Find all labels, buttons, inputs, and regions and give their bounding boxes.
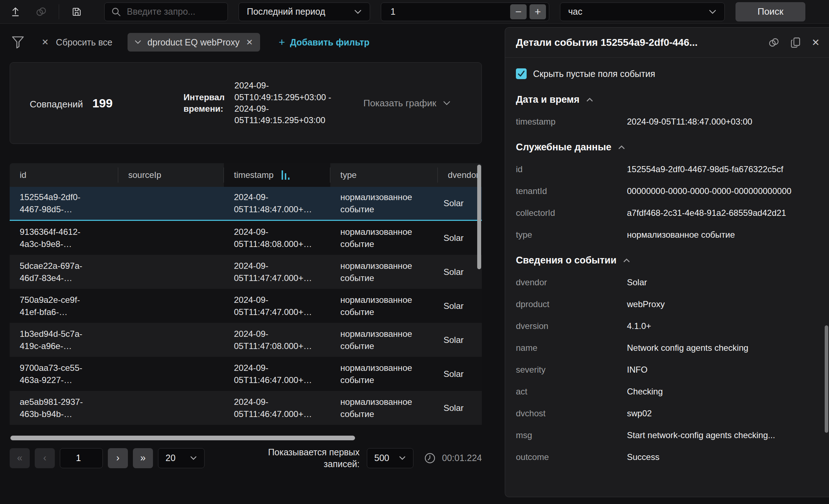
cell-dvendor: Solar	[438, 330, 482, 350]
field-row-id: id152554a9-2df0-4467-98d5-fa676322c5cf	[516, 164, 818, 174]
cell-type: нормализованное событие	[330, 222, 438, 254]
field-key: id	[516, 164, 627, 174]
column-header-type[interactable]: type	[330, 163, 438, 187]
top-toolbar: Последний период 1 − + час Поиск	[0, 0, 829, 24]
copy-icon[interactable]	[790, 37, 801, 49]
filter-chip[interactable]: dproduct EQ webProxy ✕	[128, 33, 260, 52]
table-row[interactable]: 750a9a2e-ce9f-41ef-bfa6-…2024-09-05T11:4…	[10, 289, 482, 323]
column-header-sourceIp[interactable]: sourceIp	[118, 163, 224, 187]
field-key: collectorId	[516, 208, 627, 218]
table-row[interactable]: 9136364f-4612-4a3c-b9e8-…2024-09-05T11:4…	[10, 221, 482, 255]
compare-events-button[interactable]	[768, 37, 780, 49]
cell-timestamp: 2024-09-05T11:47:08.000+…	[224, 324, 330, 356]
section-title-label: Служебные данные	[516, 142, 612, 153]
period-select[interactable]: Последний период	[239, 3, 370, 21]
plus-icon: +	[279, 36, 285, 48]
record-limit-select[interactable]: 500	[367, 448, 413, 468]
page-number-input[interactable]	[60, 448, 103, 468]
panel-body: Скрыть пустые поля события Дата и времяt…	[505, 58, 829, 497]
unit-select[interactable]: час	[560, 3, 725, 21]
hide-empty-checkbox-row[interactable]: Скрыть пустые поля события	[516, 68, 818, 79]
decrement-button[interactable]: −	[510, 4, 527, 19]
clear-all-filters[interactable]: ✕ Сбросить все	[42, 37, 112, 48]
hide-empty-label: Скрыть пустые поля события	[533, 69, 655, 79]
field-row-dvchost: dvchostswp02	[516, 408, 818, 418]
column-header-timestamp[interactable]: timestamp	[224, 163, 330, 187]
chevron-up-icon	[618, 145, 625, 150]
table-row[interactable]: 9700aa73-ce55-463a-9227-…2024-09-05T11:4…	[10, 357, 482, 391]
cell-id: 1b3ed94d-5c7a-419c-a96e-…	[10, 324, 118, 356]
page-size-value: 20	[166, 453, 176, 463]
save-icon	[71, 6, 82, 18]
table-row[interactable]: ae5ab981-2937-463b-b94b-…2024-09-05T11:4…	[10, 391, 482, 425]
check-icon	[517, 70, 525, 77]
section-title[interactable]: Дата и время	[516, 94, 818, 105]
first-page-button[interactable]: «	[10, 448, 30, 468]
increment-button[interactable]: +	[529, 4, 546, 19]
matches-label: Совпадений	[30, 99, 83, 110]
section-title[interactable]: Сведения о событии	[516, 255, 818, 266]
table-horizontal-scrollbar[interactable]	[10, 436, 482, 441]
clear-all-label: Сбросить все	[56, 37, 112, 48]
table-vertical-scrollbar[interactable]	[477, 165, 481, 269]
section-title-label: Сведения о событии	[516, 255, 617, 266]
field-row-collectorId: collectorIda7fdf468-2c31-4e48-91a2-68559…	[516, 208, 818, 218]
field-value: Success	[627, 452, 818, 462]
overlapping-circles-icon	[35, 6, 47, 18]
field-key: tenantId	[516, 186, 627, 196]
section-title[interactable]: Служебные данные	[516, 142, 818, 153]
summary-card: Совпадений 199 Интервал времени: 2024-09…	[10, 62, 482, 144]
last-page-button[interactable]: »	[133, 448, 153, 468]
compare-button[interactable]	[31, 2, 52, 22]
query-time: 00:01.224	[423, 452, 482, 465]
search-icon	[111, 7, 121, 17]
field-key: severity	[516, 365, 627, 375]
panel-scrollbar[interactable]	[825, 325, 828, 433]
cell-id: 750a9a2e-ce9f-41ef-bfa6-…	[10, 290, 118, 322]
matches-count: 199	[92, 96, 113, 110]
field-value: 4.1.0+	[627, 321, 818, 331]
scrollbar-thumb[interactable]	[10, 436, 355, 440]
add-filter-label: Добавить фильтр	[290, 37, 369, 48]
funnel-icon[interactable]	[11, 35, 25, 50]
search-submit-button[interactable]: Поиск	[735, 2, 805, 21]
table-row[interactable]: 1b3ed94d-5c7a-419c-a96e-…2024-09-05T11:4…	[10, 323, 482, 357]
column-label: sourceIp	[128, 170, 161, 180]
checkbox-checked[interactable]	[516, 68, 527, 79]
field-row-type: typeнормализованное событие	[516, 230, 818, 240]
period-count-value[interactable]: 1	[390, 6, 396, 17]
cell-id: 5dcae22a-697a-46d7-83e4-…	[10, 256, 118, 288]
cell-id: 9136364f-4612-4a3c-b9e8-…	[10, 222, 118, 254]
clock-icon	[423, 452, 436, 465]
save-button[interactable]	[66, 2, 87, 22]
field-key: timestamp	[516, 117, 627, 127]
toolbar-divider	[59, 4, 59, 19]
pagination-bar: « ‹ › » 20 Показывается первых записей: …	[10, 446, 482, 470]
close-panel-icon[interactable]: ✕	[811, 37, 820, 48]
unit-select-value: час	[568, 6, 582, 17]
column-header-dvendor[interactable]: dvendor	[438, 163, 482, 187]
next-page-button[interactable]: ›	[108, 448, 128, 468]
table-row[interactable]: 5dcae22a-697a-46d7-83e4-…2024-09-05T11:4…	[10, 255, 482, 289]
chevron-down-icon	[190, 456, 197, 460]
table-row[interactable]: 152554a9-2df0-4467-98d5-…2024-09-05T11:4…	[10, 187, 482, 221]
search-input[interactable]	[127, 6, 242, 17]
add-filter-button[interactable]: + Добавить фильтр	[279, 36, 369, 48]
period-count-field: 1 − +	[381, 3, 549, 21]
remove-filter-icon[interactable]: ✕	[246, 38, 253, 47]
field-row-dproduct: dproductwebProxy	[516, 299, 818, 309]
cell-type: нормализованное событие	[330, 187, 438, 219]
field-key: name	[516, 343, 627, 353]
column-label: id	[20, 170, 27, 180]
column-header-id[interactable]: id	[10, 163, 118, 187]
cell-timestamp: 2024-09-05T11:46:47.000+…	[224, 392, 330, 424]
upload-button[interactable]	[5, 2, 26, 22]
workspace: ✕ Сбросить все dproduct EQ webProxy ✕ + …	[0, 24, 829, 504]
events-table: idsourceIptimestamptypedvendor 152554a9-…	[10, 163, 482, 425]
page-size-select[interactable]: 20	[158, 448, 205, 468]
show-chart-button[interactable]: Показать график	[363, 98, 450, 109]
prev-page-button[interactable]: ‹	[35, 448, 55, 468]
cell-sourceIp	[118, 336, 224, 344]
cell-type: нормализованное событие	[330, 256, 438, 288]
cell-sourceIp	[118, 234, 224, 242]
